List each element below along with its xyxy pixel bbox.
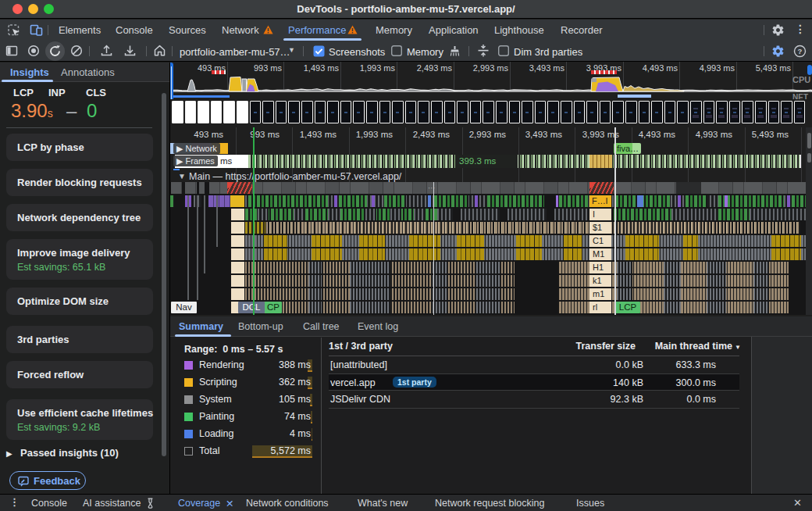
svg-text:?: ? <box>798 47 803 55</box>
